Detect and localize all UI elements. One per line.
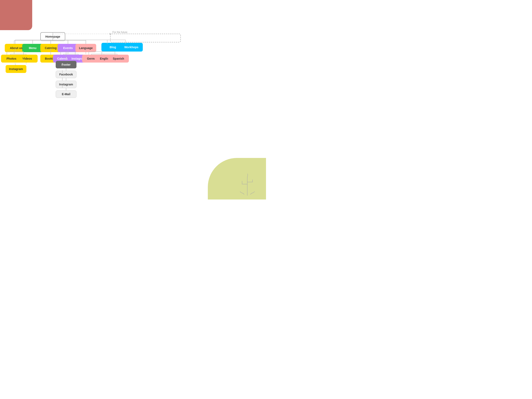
svg-point-1	[7, 21, 27, 26]
svg-line-7	[20, 25, 21, 28]
svg-line-5	[23, 25, 26, 27]
footer-node[interactable]: Footer	[56, 61, 76, 68]
facebook-node[interactable]: Facebook	[56, 71, 76, 78]
email-node[interactable]: E-Mail	[56, 90, 76, 98]
instagram-about-node[interactable]: Instagram	[6, 65, 26, 73]
svg-line-6	[12, 25, 13, 28]
svg-point-2	[11, 20, 22, 24]
cactus-illustration	[237, 172, 258, 197]
menu-node[interactable]: Menu	[22, 44, 43, 52]
videos-node[interactable]: Videos	[17, 55, 38, 63]
instagram-footer-node[interactable]: Instagram	[56, 81, 76, 88]
workshops-node[interactable]: Workhops	[120, 43, 143, 51]
homepage-node[interactable]: Homepage	[40, 32, 65, 41]
spanish-node[interactable]: Spanish	[108, 55, 129, 63]
future-box	[110, 34, 181, 42]
events-node[interactable]: Events	[57, 44, 78, 52]
ufo-illustration	[4, 10, 33, 30]
svg-line-3	[7, 25, 10, 27]
future-label: For the future	[112, 31, 127, 34]
language-node[interactable]: Language	[76, 44, 96, 52]
